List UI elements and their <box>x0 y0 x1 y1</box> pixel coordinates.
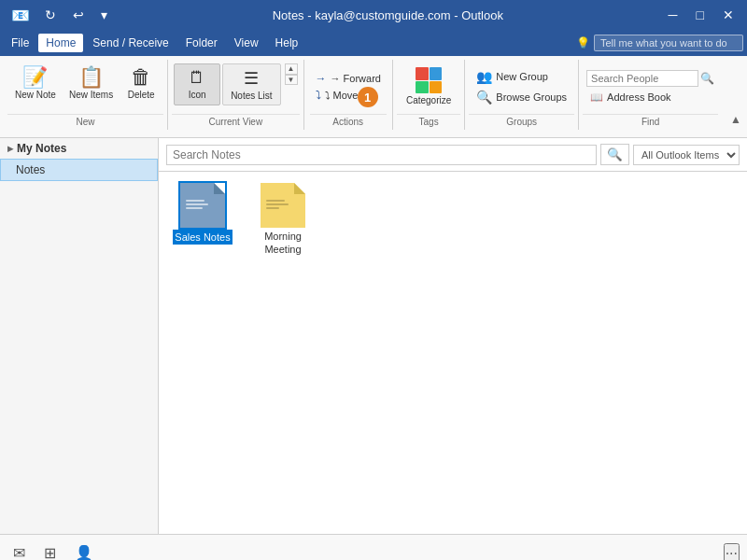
title-bar-right: ─ □ ✕ <box>663 6 740 24</box>
mail-nav-button[interactable]: ✉ <box>7 540 31 560</box>
ribbon: 📝 New Note 📋 New Items 🗑 Delete New <box>0 56 747 138</box>
bottom-nav: ✉ ⊞ 👤 ··· <box>0 534 747 560</box>
ribbon-collapse-button[interactable]: ▲ <box>728 112 743 127</box>
search-notes-input[interactable] <box>166 145 597 165</box>
view-notes-list-button[interactable]: ☰ Notes List <box>222 63 280 105</box>
sales-notes-icon <box>180 183 225 228</box>
group-label-view: Current View <box>172 114 299 130</box>
tell-me-input[interactable] <box>594 35 743 51</box>
group-label-new: New <box>7 114 163 130</box>
new-group-icon: 👥 <box>476 69 492 84</box>
browse-groups-button[interactable]: 🔍 Browse Groups <box>472 89 571 105</box>
svg-marker-6 <box>294 183 305 194</box>
search-magnifier-icon: 🔍 <box>607 147 623 161</box>
view-scroll: ▲ ▼ <box>285 63 298 85</box>
quick-access-dropdown[interactable]: ▾ <box>95 6 113 24</box>
note-item-morning[interactable]: Morning Meeting <box>250 183 316 257</box>
refresh-button[interactable]: ↻ <box>39 6 62 24</box>
search-people-row: 🔍 <box>586 70 714 87</box>
morning-meeting-label: Morning Meeting <box>250 230 316 257</box>
group-label-actions: Actions <box>310 114 387 130</box>
morning-meeting-icon <box>261 183 305 228</box>
svg-rect-4 <box>186 207 203 209</box>
notes-list-icon: ☰ <box>244 68 259 89</box>
ribbon-group-view: 🗒 Icon ☰ Notes List ▲ ▼ Current View <box>168 60 303 130</box>
actions-badge-container: → → Forward ⤵ ⤵ Move ▾ 1 <box>312 70 385 104</box>
search-people-input[interactable] <box>586 70 698 87</box>
menu-file[interactable]: File <box>4 34 36 52</box>
close-button[interactable]: ✕ <box>717 6 740 24</box>
maximize-button[interactable]: □ <box>691 6 710 24</box>
color-green <box>416 81 429 94</box>
new-note-icon: 📝 <box>22 67 48 88</box>
address-book-button[interactable]: 📖 Address Book <box>586 91 674 105</box>
sidebar-section-title: My Notes <box>17 142 66 155</box>
group-label-find: Find <box>583 114 718 130</box>
group-label-tags: Tags <box>397 114 460 130</box>
categorize-button[interactable]: Categorize <box>399 63 458 110</box>
new-group-button[interactable]: 👥 New Group <box>472 68 552 85</box>
outlook-icon: 📧 <box>7 5 34 26</box>
tell-me-area: 💡 <box>576 35 743 51</box>
minimize-button[interactable]: ─ <box>663 6 684 24</box>
menu-folder[interactable]: Folder <box>178 34 225 52</box>
color-red <box>416 67 429 80</box>
scope-select[interactable]: All Outlook Items <box>633 145 740 165</box>
ribbon-group-actions: → → Forward ⤵ ⤵ Move ▾ 1 Actions <box>304 60 393 130</box>
sidebar-section-my-notes[interactable]: ▶ My Notes <box>0 138 158 159</box>
svg-marker-1 <box>214 183 225 194</box>
svg-rect-8 <box>266 203 289 205</box>
undo-button[interactable]: ↩ <box>67 6 90 24</box>
calendar-nav-button[interactable]: ⊞ <box>38 540 62 560</box>
new-items-button[interactable]: 📋 New Items <box>63 63 119 105</box>
triangle-icon: ▶ <box>7 145 13 153</box>
menu-bar: File Home Send / Receive Folder View Hel… <box>0 30 747 56</box>
new-items-icon: 📋 <box>78 67 104 88</box>
forward-button[interactable]: → → Forward <box>312 70 385 87</box>
group-label-groups: Groups <box>469 114 574 130</box>
sales-notes-label: Sales Notes <box>173 230 232 245</box>
window-title: Notes - kayla@customguide.com - Outlook <box>113 8 663 22</box>
color-orange <box>430 81 443 94</box>
svg-rect-2 <box>186 200 204 202</box>
search-bar: 🔍 All Outlook Items <box>159 138 747 172</box>
address-book-icon: 📖 <box>590 91 603 104</box>
menu-view[interactable]: View <box>227 34 266 52</box>
delete-button[interactable]: 🗑 Delete <box>120 63 162 105</box>
ribbon-group-find: 🔍 📖 Address Book Find <box>579 60 722 130</box>
scroll-down-button[interactable]: ▼ <box>285 75 298 86</box>
ribbon-group-new: 📝 New Note 📋 New Items 🗑 Delete New <box>4 60 168 130</box>
title-bar: 📧 ↻ ↩ ▾ Notes - kayla@customguide.com - … <box>0 0 747 30</box>
search-button[interactable]: 🔍 <box>600 144 629 165</box>
notes-content: Sales Notes Morning Meeting <box>159 172 747 534</box>
move-button[interactable]: ⤵ ⤵ Move ▾ 1 <box>312 87 371 104</box>
color-blue <box>430 67 443 80</box>
svg-rect-7 <box>266 200 285 202</box>
sidebar: ▶ My Notes Notes <box>0 138 159 534</box>
category-colors <box>416 67 442 93</box>
menu-send-receive[interactable]: Send / Receive <box>85 34 176 52</box>
scroll-up-button[interactable]: ▲ <box>285 63 298 75</box>
people-nav-button[interactable]: 👤 <box>69 540 99 560</box>
forward-icon: → <box>316 72 327 85</box>
move-icon: ⤵ <box>316 89 321 102</box>
sidebar-item-notes[interactable]: Notes <box>0 159 158 181</box>
browse-groups-icon: 🔍 <box>476 90 492 105</box>
content-area: 🔍 All Outlook Items Sales <box>159 138 747 534</box>
svg-rect-3 <box>186 203 208 205</box>
lightbulb-icon: 💡 <box>576 36 590 49</box>
view-items: 🗒 Icon ☰ Notes List <box>174 63 280 105</box>
delete-icon: 🗑 <box>131 67 151 88</box>
more-nav-button[interactable]: ··· <box>724 543 740 561</box>
note-item-sales[interactable]: Sales Notes <box>170 183 235 257</box>
ribbon-group-tags: Categorize Tags <box>393 60 465 130</box>
action-badge: 1 <box>358 87 378 107</box>
new-note-button[interactable]: 📝 New Note <box>9 63 62 105</box>
svg-rect-9 <box>266 207 279 209</box>
main-area: ▶ My Notes Notes 🔍 All Outlook Items <box>0 138 747 534</box>
title-bar-left: 📧 ↻ ↩ ▾ <box>7 5 113 26</box>
view-icon-button[interactable]: 🗒 Icon <box>174 63 220 105</box>
ribbon-group-groups: 👥 New Group 🔍 Browse Groups Groups <box>465 60 579 130</box>
menu-help[interactable]: Help <box>268 34 306 52</box>
menu-home[interactable]: Home <box>38 34 83 52</box>
